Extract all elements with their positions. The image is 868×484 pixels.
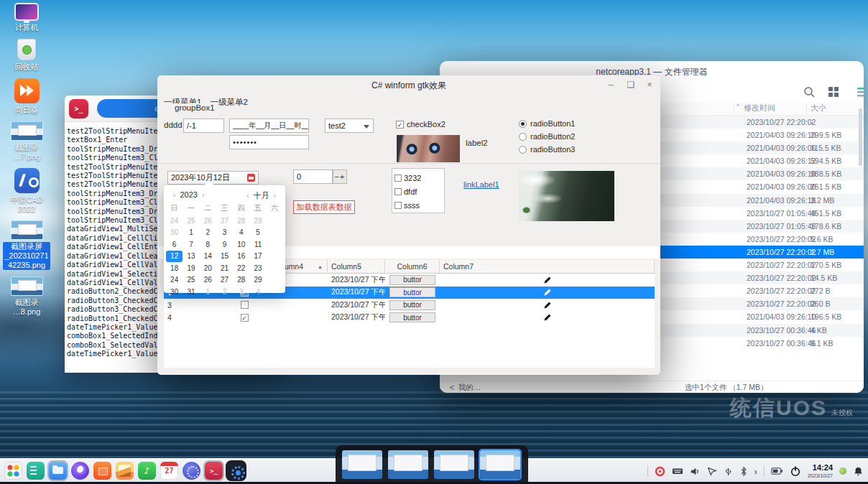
grid-cell-date[interactable]: 2023/10/27 下午2:: [328,312,385,325]
grid-cell-column4[interactable] [269,312,328,325]
calendar-day[interactable]: 26 [200,215,216,227]
calendar-day[interactable]: 18 [166,262,183,274]
column-header-modified[interactable]: 修改时间 [744,103,775,113]
grid-cell-date[interactable]: 2023/10/27 下午2:: [328,299,385,312]
radio-button[interactable]: radioButton2 [519,132,598,141]
calendar-day[interactable]: 13 [183,251,199,263]
calendar-day[interactable]: 12 [166,251,183,263]
checkbox-icon[interactable] [394,174,402,182]
grid-cell-date[interactable]: 2023/10/27 下午2:: [328,287,385,299]
cursor-icon[interactable] [707,466,717,476]
grid-cell-edit[interactable] [440,312,655,325]
radio-button[interactable]: radioButton3 [519,145,598,154]
calendar-day[interactable]: 5 [249,227,266,239]
calendar-month[interactable]: 十月 [254,191,269,200]
checkbox-icon[interactable] [394,202,402,209]
prev-month-icon[interactable]: ‹ [244,192,251,200]
grid-button[interactable]: buttor [389,312,435,322]
window-preview-thumbnail[interactable] [480,450,520,479]
calendar-day[interactable]: 30 [166,286,183,298]
sort-direction-icon[interactable]: ^ [737,103,739,110]
load-data-button[interactable]: 加载数据表数据 [293,200,355,214]
calendar-day[interactable]: 15 [216,251,233,263]
share-shortcut[interactable]: < 我的… [450,381,481,393]
datetimepicker1[interactable]: 2023年10月12日 [167,171,259,185]
grid-header-column6[interactable]: Column6 [385,260,440,274]
next-year-icon[interactable]: › [200,191,206,199]
calendar-day[interactable]: 4 [233,227,249,239]
grid-cell-number[interactable]: 4 [164,312,219,325]
grid-cell-button[interactable]: buttor [385,274,440,287]
numeric-spinner-buttons[interactable]: −+ [333,169,347,184]
calendar-day[interactable]: 30 [166,227,183,239]
union-app-icon[interactable] [183,462,200,480]
terminal-icon[interactable]: >_ [205,462,223,480]
calendar-day[interactable]: 10 [233,238,249,251]
desktop-icon[interactable]: 中望CAD 2022 [4,168,49,214]
grid-cell-checkbox[interactable] [219,312,269,325]
calendar-day[interactable]: 2 [200,227,216,239]
calendar-day[interactable]: 16 [233,251,249,263]
column-header-size[interactable]: 大小 [811,103,826,113]
calendar-day[interactable]: 29 [249,215,266,227]
calendar-day[interactable]: 27 [216,274,233,287]
calendar-day[interactable]: 6 [166,238,183,251]
notification-bell-icon[interactable] [853,466,864,477]
radio-button[interactable]: radioButton1 [519,119,598,128]
grid-cell-column4[interactable] [269,299,328,312]
desktop-icon[interactable]: 截图录屏 _202310271 42235.png [4,220,49,270]
checklist-item[interactable]: 3232 [394,171,444,185]
battery-icon[interactable] [771,467,783,475]
calendar-year[interactable]: 2023 [180,190,197,199]
search-icon[interactable] [802,85,816,99]
winform-titlebar[interactable]: C# winform gtk效果 – ❏ × [157,75,660,96]
window-preview-thumbnail[interactable] [434,450,474,479]
grid-cell-edit[interactable] [440,287,655,299]
calendar-day[interactable]: 22 [233,262,249,274]
grid-header-column5[interactable]: Column5 [328,260,385,274]
calendar-day[interactable]: 24 [166,274,183,287]
textbox1[interactable]: /-1 [183,118,224,133]
calendar-day[interactable]: 29 [249,274,266,287]
grid-cell-button[interactable]: buttor [385,299,440,312]
launcher-icon[interactable] [4,462,22,480]
calendar-day[interactable]: 24 [166,215,183,227]
maximize-button[interactable]: ❏ [623,75,639,96]
desktop-icon[interactable]: 截图录 …7.png [4,121,49,162]
pencil-icon[interactable] [543,276,552,284]
window-preview-thumbnail[interactable] [342,450,382,479]
usb-icon[interactable] [724,466,733,477]
radio-dot-icon[interactable] [519,120,527,128]
photos-icon[interactable] [116,462,134,480]
calendar-day[interactable]: 25 [183,215,199,227]
checkbox2[interactable]: checkBox2 [396,120,445,129]
clock[interactable]: 14:24 2023/10/27 [808,464,833,478]
calendar-day[interactable]: 3 [216,227,233,239]
calendar-day[interactable]: 14 [200,251,216,263]
calendar-day[interactable]: 20 [200,262,216,274]
link-label[interactable]: linkLabel1 [463,180,499,189]
calendar-day[interactable]: 7 [183,238,199,251]
power-icon[interactable] [790,465,801,477]
system-health-icon[interactable] [839,467,846,475]
combobox1[interactable]: test2 [325,118,374,133]
close-button[interactable]: × [642,75,657,96]
checklist-item[interactable]: dfdf [394,185,444,198]
checkbox2-box[interactable] [396,121,404,129]
calendar-day[interactable]: 1 [183,227,199,239]
checklist-item[interactable]: ssss [394,198,444,212]
calendar-day[interactable]: 31 [183,286,199,298]
calendar-icon[interactable]: 27 [160,462,178,480]
checkbox-icon[interactable] [241,301,249,309]
grid-cell-edit[interactable] [440,274,655,287]
desktop-icon[interactable]: 截图录 …8.png [4,276,49,317]
desktop-icon[interactable]: 回收站 [4,39,49,72]
app-store-icon[interactable] [93,462,111,480]
grid-cell-date[interactable]: 2023/10/27 下午2:: [328,274,385,287]
list-view-icon[interactable] [855,85,864,99]
pencil-icon[interactable] [543,301,552,310]
grid-header-column7[interactable]: Column7 [440,260,655,274]
grid-cell-button[interactable]: buttor [385,287,440,299]
checkbox-icon[interactable] [241,314,249,322]
pencil-icon[interactable] [543,288,552,297]
